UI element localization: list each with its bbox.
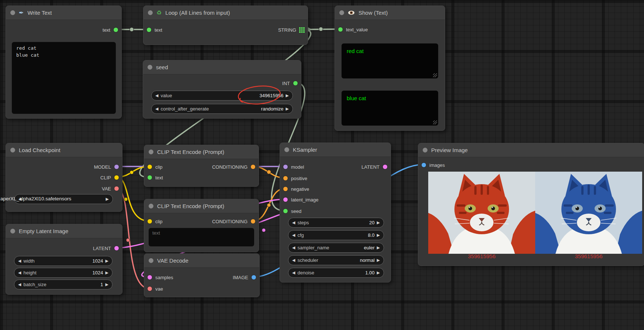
input-socket-model[interactable] xyxy=(283,164,288,169)
input-socket-text[interactable] xyxy=(147,175,152,180)
increment-icon[interactable] xyxy=(105,259,108,263)
output-socket-clip[interactable] xyxy=(114,175,119,180)
collapse-dot-icon[interactable] xyxy=(10,229,15,234)
decrement-icon[interactable] xyxy=(292,233,295,237)
decrement-icon[interactable] xyxy=(18,259,21,263)
prompt-text-editor[interactable]: text xyxy=(149,228,254,246)
output-socket-conditioning[interactable] xyxy=(250,164,256,169)
widget-width[interactable]: width 1024 xyxy=(14,256,112,266)
collapse-dot-icon[interactable] xyxy=(149,150,153,154)
increment-icon[interactable] xyxy=(377,271,380,275)
input-label: images xyxy=(429,162,445,168)
input-socket-negative[interactable] xyxy=(283,186,288,192)
collapse-dot-icon[interactable] xyxy=(423,148,427,152)
decrement-icon[interactable] xyxy=(18,282,21,287)
output-socket-conditioning[interactable] xyxy=(250,219,256,224)
widget-value[interactable]: 20 xyxy=(369,220,374,225)
input-row-seed: seed xyxy=(283,207,301,215)
next-option-icon[interactable] xyxy=(377,258,380,262)
collapse-dot-icon[interactable] xyxy=(148,65,152,70)
widget-height[interactable]: height 1024 xyxy=(14,268,112,278)
widget-ckpt-name[interactable] xyxy=(14,194,113,204)
collapse-dot-icon[interactable] xyxy=(149,204,153,208)
node-header[interactable]: CLIP Text Encode (Prompt) xyxy=(144,145,259,159)
node-header[interactable]: Show (Text) xyxy=(335,6,445,20)
widget-seed-value[interactable]: value 349615956 xyxy=(151,91,293,101)
widget-value[interactable]: euler xyxy=(364,245,375,250)
next-option-icon[interactable] xyxy=(377,246,380,250)
output-row-int: INT xyxy=(282,80,298,87)
prev-option-icon[interactable] xyxy=(292,246,295,250)
node-header[interactable]: Empty Latent Image xyxy=(6,224,122,238)
output-socket-text[interactable] xyxy=(113,27,118,32)
output-label: CLIP xyxy=(100,175,111,180)
increment-icon[interactable] xyxy=(105,282,108,287)
widget-value[interactable]: 349615956 xyxy=(259,93,283,98)
prev-option-icon[interactable] xyxy=(292,258,295,262)
node-header[interactable]: Preview Image xyxy=(418,143,644,157)
text-editor[interactable]: red cat blue cat xyxy=(12,42,116,114)
input-socket-text[interactable] xyxy=(146,27,152,32)
collapse-dot-icon[interactable] xyxy=(148,10,153,15)
list-output-icon[interactable] xyxy=(299,27,305,33)
collapse-dot-icon[interactable] xyxy=(339,10,344,15)
widget-scheduler[interactable]: scheduler normal xyxy=(288,255,384,265)
widget-value[interactable]: 1024 xyxy=(93,270,103,275)
node-header[interactable]: seed xyxy=(143,60,301,74)
collapse-dot-icon[interactable] xyxy=(149,258,153,263)
node-header[interactable]: CLIP Text Encode (Prompt) xyxy=(144,199,259,213)
widget-batch-size[interactable]: batch_size 1 xyxy=(14,280,112,289)
widget-value[interactable]: 1024 xyxy=(93,258,103,264)
node-header[interactable]: KSampler xyxy=(280,143,391,157)
prev-option-icon[interactable] xyxy=(18,197,21,201)
decrement-icon[interactable] xyxy=(18,271,21,275)
output-socket-vae[interactable] xyxy=(114,186,119,191)
input-socket-samples[interactable] xyxy=(147,275,152,280)
increment-icon[interactable] xyxy=(286,94,289,98)
decrement-icon[interactable] xyxy=(292,221,295,225)
node-header[interactable]: ♻ Loop (All Lines from input) xyxy=(143,6,308,20)
input-socket-vae[interactable] xyxy=(147,286,152,291)
prev-option-icon[interactable] xyxy=(155,107,158,111)
widget-label: scheduler xyxy=(297,257,318,263)
widget-steps[interactable]: steps 20 xyxy=(288,218,384,228)
widget-sampler-name[interactable]: sampler_name euler xyxy=(288,243,384,253)
collapse-dot-icon[interactable] xyxy=(284,147,289,152)
widget-value[interactable]: 8.0 xyxy=(368,232,374,238)
node-graph-canvas[interactable]: ✒ Write Text text red cat blue cat ♻ Loo… xyxy=(0,0,644,330)
widget-control-after-generate[interactable]: control_after_generate randomize xyxy=(151,104,293,114)
widget-value[interactable]: 1 xyxy=(100,282,103,287)
input-socket-clip[interactable] xyxy=(147,219,152,224)
collapse-dot-icon[interactable] xyxy=(10,148,15,152)
node-title: CLIP Text Encode (Prompt) xyxy=(157,149,224,155)
input-socket-images[interactable] xyxy=(421,162,426,168)
next-option-icon[interactable] xyxy=(286,107,289,111)
node-header[interactable]: VAE Decode xyxy=(144,254,259,268)
decrement-icon[interactable] xyxy=(155,94,158,98)
widget-cfg[interactable]: cfg 8.0 xyxy=(288,230,384,240)
widget-denoise[interactable]: denoise 1.00 xyxy=(288,268,384,278)
input-socket-text-value[interactable] xyxy=(338,27,343,32)
show-text-output-1[interactable]: red cat xyxy=(342,43,438,78)
widget-value[interactable]: normal xyxy=(360,257,375,263)
output-socket-latent[interactable] xyxy=(382,164,388,169)
node-header[interactable]: Load Checkpoint xyxy=(6,143,122,157)
show-text-output-2[interactable]: blue cat xyxy=(342,91,438,126)
output-socket-int[interactable] xyxy=(293,81,298,86)
input-socket-seed[interactable] xyxy=(283,208,288,214)
collapse-dot-icon[interactable] xyxy=(10,10,15,15)
output-socket-latent[interactable] xyxy=(114,246,119,251)
input-socket-clip[interactable] xyxy=(147,164,152,169)
widget-value[interactable]: 1.00 xyxy=(365,270,374,275)
decrement-icon[interactable] xyxy=(292,271,295,275)
output-socket-model[interactable] xyxy=(114,164,119,169)
increment-icon[interactable] xyxy=(105,271,108,275)
increment-icon[interactable] xyxy=(377,233,380,237)
increment-icon[interactable] xyxy=(377,221,380,225)
next-option-icon[interactable] xyxy=(106,197,109,201)
input-socket-positive[interactable] xyxy=(283,176,288,181)
node-header[interactable]: ✒ Write Text xyxy=(6,6,121,20)
widget-value[interactable]: randomize xyxy=(261,106,284,112)
input-socket-latent-image[interactable] xyxy=(283,197,288,202)
output-socket-image[interactable] xyxy=(251,275,256,280)
